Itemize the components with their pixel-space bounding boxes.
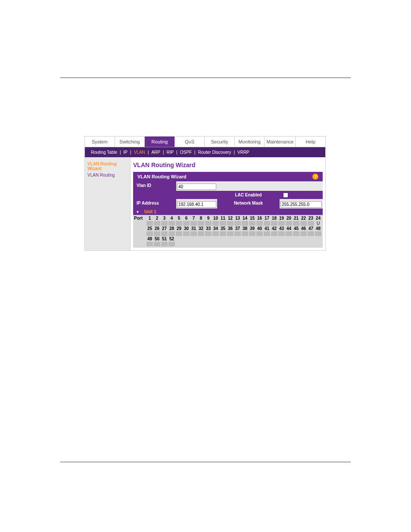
tab-monitoring[interactable]: Monitoring bbox=[235, 137, 265, 147]
tab-help[interactable]: Help bbox=[296, 137, 325, 147]
port-checkbox[interactable] bbox=[286, 221, 292, 226]
port-num: 13 bbox=[234, 216, 241, 221]
port-checkbox[interactable] bbox=[183, 221, 190, 226]
port-num: 20 bbox=[285, 216, 293, 221]
tab-switching[interactable]: Switching bbox=[115, 137, 145, 147]
port-checkbox[interactable] bbox=[293, 221, 299, 226]
port-checkbox[interactable] bbox=[286, 231, 292, 236]
vlan-id-input[interactable] bbox=[177, 184, 216, 190]
port-checkbox[interactable] bbox=[234, 221, 241, 226]
port-checkbox[interactable] bbox=[242, 231, 248, 236]
port-checkbox[interactable] bbox=[212, 231, 219, 236]
port-checkbox[interactable] bbox=[205, 221, 212, 226]
sidebar-item-vlan-routing[interactable]: VLAN Routing bbox=[87, 172, 128, 178]
port-checkbox[interactable] bbox=[308, 221, 314, 226]
port-checkbox[interactable] bbox=[190, 221, 197, 226]
port-checkbox[interactable] bbox=[271, 221, 277, 226]
port-checkbox[interactable] bbox=[161, 242, 168, 246]
subtab-arp[interactable]: ARP bbox=[149, 149, 163, 156]
lac-enabled-checkbox[interactable] bbox=[283, 193, 288, 198]
port-checkbox[interactable] bbox=[176, 221, 182, 226]
port-checkbox[interactable] bbox=[183, 231, 190, 236]
port-checkbox[interactable] bbox=[264, 221, 270, 226]
section-title: VLAN Routing Wizard bbox=[137, 174, 187, 179]
port-checkbox[interactable] bbox=[168, 242, 175, 246]
port-num: 11 bbox=[219, 216, 227, 221]
tab-system[interactable]: System bbox=[85, 137, 115, 147]
port-checkbox[interactable] bbox=[249, 231, 255, 236]
tab-maintenance[interactable]: Maintenance bbox=[265, 137, 296, 147]
vlan-id-input-cell bbox=[176, 181, 217, 191]
help-icon[interactable]: ? bbox=[312, 174, 318, 180]
port-checkbox[interactable] bbox=[227, 231, 234, 236]
sidebar-item-vlan-routing-wizard[interactable]: VLAN Routing Wizard bbox=[87, 161, 128, 172]
port-checkbox[interactable] bbox=[278, 221, 285, 226]
port-checkbox[interactable] bbox=[300, 231, 307, 236]
port-checkbox[interactable] bbox=[315, 231, 321, 236]
port-checkbox[interactable] bbox=[256, 231, 263, 236]
port-checkbox[interactable] bbox=[264, 231, 270, 236]
port-checkbox[interactable] bbox=[154, 231, 160, 236]
port-checkbox[interactable] bbox=[146, 231, 153, 236]
ip-address-input[interactable] bbox=[177, 201, 216, 208]
port-checkbox[interactable] bbox=[220, 231, 226, 236]
subtab-rip[interactable]: RIP bbox=[164, 149, 177, 156]
port-num: 2 bbox=[153, 216, 161, 221]
port-checkbox[interactable] bbox=[154, 221, 160, 226]
port-checkbox[interactable] bbox=[220, 221, 226, 226]
port-num: 36 bbox=[227, 226, 234, 231]
port-24-state[interactable]: U bbox=[314, 221, 322, 226]
port-checkbox[interactable] bbox=[242, 221, 248, 226]
port-num: 30 bbox=[183, 226, 190, 231]
subtab-routing-table[interactable]: Routing Table bbox=[88, 149, 120, 156]
port-checkbox[interactable] bbox=[227, 221, 234, 226]
port-checkbox[interactable] bbox=[256, 221, 263, 226]
port-checkbox[interactable] bbox=[198, 221, 204, 226]
tab-security[interactable]: Security bbox=[205, 137, 235, 147]
tab-qos[interactable]: QoS bbox=[175, 137, 205, 147]
port-checkbox[interactable] bbox=[212, 221, 219, 226]
port-num: 38 bbox=[241, 226, 249, 231]
port-checkbox[interactable] bbox=[154, 242, 160, 246]
port-checkbox[interactable] bbox=[168, 221, 175, 226]
port-checkbox[interactable] bbox=[176, 231, 182, 236]
port-checkbox[interactable] bbox=[161, 221, 168, 226]
unit-collapse-icon[interactable]: ▾ bbox=[133, 208, 142, 215]
port-checkbox[interactable] bbox=[161, 231, 168, 236]
port-checkbox[interactable] bbox=[271, 231, 277, 236]
port-num: 34 bbox=[212, 226, 219, 231]
sub-tabs: Routing Table | IP | VLAN | ARP | RIP | … bbox=[85, 147, 325, 157]
port-num: 25 bbox=[146, 226, 153, 231]
port-checkbox[interactable] bbox=[234, 231, 241, 236]
lac-checkbox-cell bbox=[280, 191, 323, 199]
port-checkbox[interactable] bbox=[300, 221, 307, 226]
section-header: VLAN Routing Wizard ? bbox=[133, 172, 323, 181]
port-checkbox[interactable] bbox=[293, 231, 299, 236]
subtab-vlan[interactable]: VLAN bbox=[131, 149, 148, 156]
port-checkbox[interactable] bbox=[205, 231, 212, 236]
port-num: 40 bbox=[256, 226, 263, 231]
port-checkbox[interactable] bbox=[190, 231, 197, 236]
subtab-vrrp[interactable]: VRRP bbox=[235, 149, 252, 156]
port-checkbox[interactable] bbox=[198, 231, 204, 236]
port-checkbox[interactable] bbox=[249, 221, 255, 226]
port-num: 46 bbox=[300, 226, 307, 231]
main-tabs: System Switching Routing QoS Security Mo… bbox=[85, 137, 325, 147]
subtab-ospf[interactable]: OSPF bbox=[177, 149, 194, 156]
port-num: 43 bbox=[278, 226, 285, 231]
port-checkbox[interactable] bbox=[146, 221, 153, 226]
network-mask-input-cell bbox=[280, 199, 323, 208]
port-checkbox[interactable] bbox=[278, 231, 285, 236]
port-num: 1 bbox=[146, 216, 153, 221]
port-section: Port 1 2 3 4 5 6 7 8 9 10 11 12 13 14 15 bbox=[133, 215, 323, 248]
port-num: 9 bbox=[205, 216, 212, 221]
port-num: 23 bbox=[307, 216, 314, 221]
port-checkbox[interactable] bbox=[308, 231, 314, 236]
network-mask-input[interactable] bbox=[280, 201, 322, 208]
subtab-ip[interactable]: IP bbox=[121, 149, 130, 156]
port-checkbox[interactable] bbox=[168, 231, 175, 236]
port-num: 49 bbox=[146, 236, 153, 241]
subtab-router-discovery[interactable]: Router Discovery bbox=[196, 149, 234, 156]
tab-routing[interactable]: Routing bbox=[145, 137, 175, 147]
port-checkbox[interactable] bbox=[146, 242, 153, 246]
